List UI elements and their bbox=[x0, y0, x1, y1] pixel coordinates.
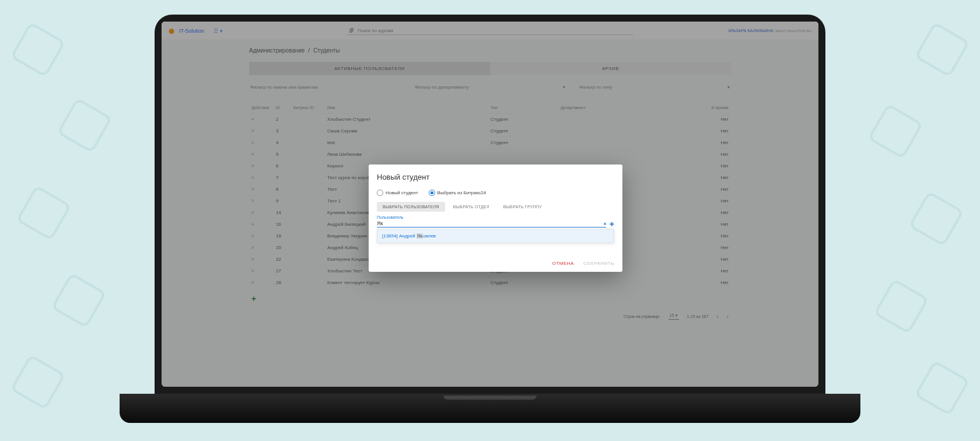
add-user-button[interactable]: + bbox=[610, 219, 614, 229]
radio-new-student[interactable]: Новый студент bbox=[377, 190, 418, 196]
modal-actions: ОТМЕНА СОХРАНИТЬ bbox=[377, 261, 614, 266]
autocomplete-option[interactable]: [13854] Андрей Яковлев bbox=[377, 229, 614, 243]
user-field-label: Пользователь bbox=[377, 215, 614, 219]
laptop-base bbox=[120, 394, 860, 423]
subtab-select-user[interactable]: ВЫБРАТЬ ПОЛЬЗОВАТЕЛЯ bbox=[377, 202, 445, 212]
cancel-button[interactable]: ОТМЕНА bbox=[552, 261, 574, 266]
user-input[interactable] bbox=[377, 220, 604, 226]
autocomplete-dropdown: [13854] Андрей Яковлев bbox=[377, 229, 614, 243]
app-screen: ⬤ IT-Solution ☰ ▾ 🗐 Поиск по курсам ЭЛЬЗ… bbox=[162, 22, 818, 387]
user-autocomplete-input[interactable]: ▴ bbox=[377, 220, 606, 228]
radio-from-bitrix24[interactable]: Выбрать из Битрикс24 bbox=[429, 190, 487, 196]
new-student-modal: Новый студент Новый студент Выбрать из Б… bbox=[369, 164, 622, 272]
dropdown-caret-icon[interactable]: ▴ bbox=[604, 220, 606, 226]
radio-on-icon bbox=[429, 190, 435, 196]
modal-title: Новый студент bbox=[377, 173, 614, 181]
laptop-mockup: ⬤ IT-Solution ☰ ▾ 🗐 Поиск по курсам ЭЛЬЗ… bbox=[120, 15, 860, 441]
radio-off-icon bbox=[377, 190, 383, 196]
save-button[interactable]: СОХРАНИТЬ bbox=[583, 261, 614, 266]
subtab-select-dept[interactable]: ВЫБРАТЬ ОТДЕЛ bbox=[447, 202, 495, 212]
subtab-select-group[interactable]: ВЫБРАТЬ ГРУППУ bbox=[498, 202, 548, 212]
source-radio-group: Новый студент Выбрать из Битрикс24 bbox=[377, 190, 614, 196]
select-subtabs: ВЫБРАТЬ ПОЛЬЗОВАТЕЛЯ ВЫБРАТЬ ОТДЕЛ ВЫБРА… bbox=[377, 202, 614, 212]
